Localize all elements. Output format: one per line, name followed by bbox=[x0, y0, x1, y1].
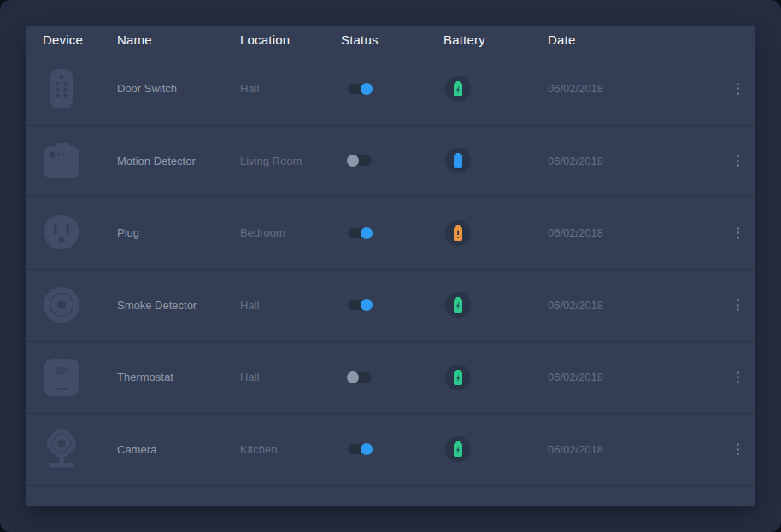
device-name: Smoke Detector bbox=[117, 299, 240, 312]
column-header-location: Location bbox=[240, 32, 341, 47]
remote-icon bbox=[43, 67, 80, 111]
kebab-dot bbox=[737, 160, 739, 162]
column-header-date: Date bbox=[548, 32, 755, 47]
device-table-body: Door Switch Hall 06/02/2018 bbox=[26, 53, 755, 506]
device-location: Hall bbox=[240, 82, 341, 95]
row-menu-button[interactable] bbox=[733, 440, 743, 459]
device-location: Bedroom bbox=[240, 226, 341, 239]
app-screen: Device Name Location Status Battery Date… bbox=[0, 0, 781, 532]
kebab-dot bbox=[737, 231, 739, 234]
motion-sensor-icon bbox=[43, 138, 80, 183]
toggle-knob bbox=[347, 371, 359, 383]
kebab-dot bbox=[737, 92, 739, 95]
kebab-dot bbox=[737, 376, 739, 378]
device-location: Kitchen bbox=[240, 443, 341, 456]
status-toggle[interactable] bbox=[348, 372, 372, 383]
row-menu-button[interactable] bbox=[733, 224, 743, 243]
status-toggle[interactable] bbox=[348, 228, 372, 238]
device-table-card: Device Name Location Status Battery Date… bbox=[26, 26, 755, 506]
kebab-dot bbox=[737, 443, 739, 446]
device-name: Motion Detector bbox=[117, 155, 240, 167]
toggle-knob bbox=[361, 443, 373, 455]
column-header-name: Name bbox=[117, 32, 240, 47]
battery-badge bbox=[445, 76, 471, 102]
kebab-dot bbox=[737, 237, 739, 239]
camera-icon bbox=[43, 427, 80, 471]
status-toggle[interactable] bbox=[348, 300, 372, 310]
device-date: 06/02/2018 bbox=[548, 82, 719, 95]
device-date: 06/02/2018 bbox=[548, 299, 719, 312]
kebab-dot bbox=[737, 304, 739, 307]
toggle-knob bbox=[361, 83, 373, 95]
device-location: Hall bbox=[240, 371, 341, 383]
row-menu-button[interactable] bbox=[733, 295, 743, 314]
kebab-dot bbox=[737, 87, 739, 90]
battery-charging-icon bbox=[451, 368, 465, 387]
column-header-device: Device bbox=[43, 32, 117, 47]
table-header-row: Device Name Location Status Battery Date bbox=[26, 26, 755, 53]
device-name: Camera bbox=[117, 443, 240, 456]
table-row: Motion Detector Living Room 06/02/2018 bbox=[26, 126, 755, 198]
kebab-dot bbox=[737, 371, 739, 374]
toggle-knob bbox=[361, 227, 373, 239]
column-header-battery: Battery bbox=[443, 32, 548, 47]
kebab-dot bbox=[737, 227, 739, 230]
smoke-detector-icon bbox=[43, 283, 80, 327]
kebab-dot bbox=[737, 155, 739, 157]
battery-alert-icon bbox=[451, 224, 465, 243]
device-location: Living Room bbox=[240, 155, 341, 167]
device-date: 06/02/2018 bbox=[548, 371, 719, 383]
status-toggle[interactable] bbox=[348, 84, 372, 94]
battery-charging-icon bbox=[451, 79, 465, 98]
status-toggle[interactable] bbox=[348, 444, 372, 454]
row-menu-button[interactable] bbox=[733, 151, 743, 170]
status-toggle[interactable] bbox=[348, 155, 372, 166]
thermostat-icon bbox=[43, 355, 80, 400]
kebab-dot bbox=[737, 164, 739, 167]
device-name: Thermostat bbox=[117, 371, 240, 383]
battery-charging-icon bbox=[451, 440, 465, 459]
table-row: Smoke Detector Hall 06/02/2018 bbox=[26, 270, 755, 342]
device-date: 06/02/2018 bbox=[548, 226, 719, 239]
table-row: Thermostat Hall 06/02/2018 bbox=[26, 342, 755, 414]
kebab-dot bbox=[737, 448, 739, 451]
table-row: Plug Bedroom 06/02/2018 bbox=[26, 197, 755, 270]
device-location: Hall bbox=[240, 299, 341, 312]
column-header-status: Status bbox=[341, 32, 443, 47]
kebab-dot bbox=[737, 453, 739, 455]
battery-badge bbox=[445, 436, 471, 462]
battery-badge bbox=[445, 365, 471, 390]
kebab-dot bbox=[737, 83, 739, 85]
battery-full-icon bbox=[451, 151, 465, 170]
battery-badge bbox=[445, 148, 471, 173]
battery-charging-icon bbox=[451, 295, 465, 314]
row-menu-button[interactable] bbox=[733, 79, 743, 98]
battery-badge bbox=[445, 220, 471, 246]
kebab-dot bbox=[737, 381, 739, 383]
device-date: 06/02/2018 bbox=[548, 443, 719, 456]
device-name: Door Switch bbox=[117, 82, 240, 95]
outlet-icon bbox=[43, 211, 80, 255]
table-row: Door Switch Hall 06/02/2018 bbox=[26, 53, 755, 126]
table-row: Camera Kitchen 06/02/2018 bbox=[26, 414, 755, 487]
toggle-knob bbox=[361, 299, 373, 311]
toggle-knob bbox=[347, 155, 359, 167]
device-name: Plug bbox=[117, 226, 240, 239]
battery-badge bbox=[445, 292, 471, 318]
kebab-dot bbox=[737, 308, 739, 311]
kebab-dot bbox=[737, 299, 739, 301]
row-menu-button[interactable] bbox=[733, 368, 743, 387]
device-date: 06/02/2018 bbox=[548, 155, 719, 167]
